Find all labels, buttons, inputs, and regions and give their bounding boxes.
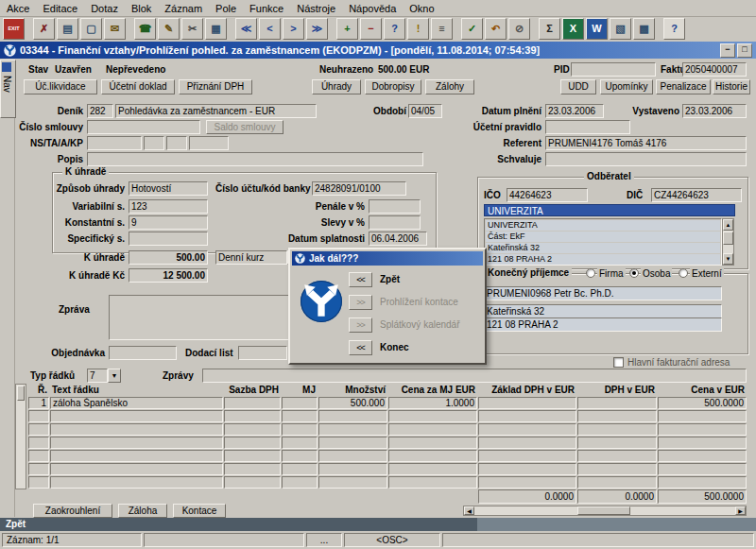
kontace-button[interactable]: Kontace: [173, 504, 226, 518]
table-cell[interactable]: [388, 437, 477, 449]
table-cell[interactable]: [28, 423, 49, 436]
print-icon[interactable]: ▤: [57, 18, 78, 40]
table-cell[interactable]: [50, 463, 223, 475]
denik-name-field[interactable]: Pohledávka za zaměstnancem - EUR: [115, 104, 317, 118]
slevy-field[interactable]: [369, 215, 421, 230]
table-cell[interactable]: [478, 450, 576, 462]
menu-item[interactable]: Funkce: [243, 2, 290, 15]
first-record-icon[interactable]: ≪: [235, 18, 257, 40]
table-cell[interactable]: záloha Španělsko: [50, 397, 223, 409]
odberatel-selected-row[interactable]: UNIVERZITA: [484, 204, 735, 216]
table-cell[interactable]: [224, 410, 281, 422]
table-cell[interactable]: [224, 476, 281, 489]
table-cell[interactable]: [224, 423, 281, 436]
lock-icon[interactable]: ⊘: [508, 18, 530, 40]
k-uhrade-kc-field[interactable]: 12 500.00: [129, 268, 208, 283]
splatnost-field[interactable]: 06.04.2006: [369, 232, 427, 246]
objednavka-field[interactable]: [109, 346, 177, 360]
table-cell[interactable]: [282, 450, 318, 462]
calendar-icon[interactable]: ▧: [610, 18, 631, 40]
datum-plneni-field[interactable]: 23.03.2006: [545, 104, 604, 118]
table-cell[interactable]: [282, 410, 318, 422]
calculator-icon[interactable]: ▩: [633, 18, 655, 40]
typ-radku-value[interactable]: 7: [87, 369, 108, 383]
execute-query-icon[interactable]: !: [407, 18, 429, 40]
insert-record-icon[interactable]: +: [336, 18, 358, 40]
table-cell[interactable]: [318, 476, 387, 489]
penale-field[interactable]: [369, 199, 421, 214]
chevron-down-icon[interactable]: ▼: [108, 369, 121, 383]
horizontal-scrollbar[interactable]: ◀ ▶: [463, 506, 747, 516]
table-cell[interactable]: [224, 437, 281, 449]
historie-button[interactable]: Historie: [713, 79, 750, 94]
table-cell[interactable]: [658, 450, 747, 462]
osoba-radio[interactable]: [629, 268, 639, 278]
table-cell[interactable]: [577, 397, 657, 409]
table-cell[interactable]: [577, 463, 657, 475]
pid-field[interactable]: [571, 62, 656, 77]
sum-icon[interactable]: Σ: [539, 18, 560, 40]
scroll-up-icon[interactable]: ▲: [723, 219, 733, 231]
table-cell[interactable]: [50, 476, 223, 489]
list-of-values-icon[interactable]: ≡: [431, 18, 453, 40]
table-cell[interactable]: [388, 423, 477, 436]
table-cell[interactable]: [658, 437, 747, 449]
table-cell[interactable]: [282, 476, 318, 489]
table-cell[interactable]: [577, 410, 657, 422]
table-cell[interactable]: [282, 397, 318, 409]
ns-field-1[interactable]: [87, 136, 142, 150]
table-cell[interactable]: [388, 410, 477, 422]
referent-field[interactable]: PRUMENI4176 Tomáš 4176: [545, 136, 747, 150]
previous-record-icon[interactable]: <: [259, 18, 281, 40]
table-cell[interactable]: [224, 450, 281, 462]
zpravy-field[interactable]: [202, 369, 747, 383]
ns-field-3[interactable]: [166, 136, 187, 150]
scroll-left-icon[interactable]: ◀: [464, 506, 474, 515]
table-cell[interactable]: [658, 423, 747, 436]
menu-item[interactable]: Nápověda: [342, 2, 403, 15]
cislo-smlouvy-field[interactable]: [87, 120, 200, 134]
scroll-right-icon[interactable]: ▶: [735, 506, 746, 515]
konstantni-field[interactable]: 9: [129, 215, 208, 230]
table-cell[interactable]: [28, 410, 49, 422]
prijemce-name-field[interactable]: PRUMENI0968 Petr Bc. Ph.D.: [484, 286, 722, 300]
zaokrouhleni-button[interactable]: Zaokrouhlení: [33, 504, 112, 518]
table-cell[interactable]: [28, 463, 49, 475]
table-cell[interactable]: [282, 423, 318, 436]
dodaci-list-field[interactable]: [238, 346, 287, 360]
table-cell[interactable]: [478, 423, 576, 436]
table-cell[interactable]: [478, 397, 576, 409]
typ-radku-combo[interactable]: 7 ▼: [87, 369, 121, 383]
firma-radio[interactable]: [586, 268, 595, 278]
table-cell[interactable]: [50, 410, 223, 422]
table-cell[interactable]: 1.0000: [388, 397, 477, 409]
menu-item[interactable]: Okno: [403, 2, 440, 15]
phone-icon[interactable]: ☎: [134, 18, 156, 40]
table-cell[interactable]: [478, 410, 576, 422]
ucetni-doklad-button[interactable]: Účetní doklad: [101, 79, 175, 94]
zaloha-button[interactable]: Záloha: [118, 504, 167, 518]
table-cell[interactable]: [28, 437, 49, 449]
record-scrollbar[interactable]: [15, 384, 26, 489]
restore-icon[interactable]: □: [737, 43, 752, 58]
edit-icon[interactable]: ✎: [158, 18, 180, 40]
prijemce-address2-field[interactable]: 121 08 PRAHA 2: [484, 317, 722, 332]
menu-item[interactable]: Blok: [125, 2, 158, 15]
ucetni-pravidlo-field[interactable]: [545, 120, 630, 134]
copy-icon[interactable]: ▦: [205, 18, 227, 40]
table-cell[interactable]: [388, 450, 477, 462]
specificky-field[interactable]: [129, 232, 208, 246]
table-cell[interactable]: [50, 423, 223, 436]
table-cell[interactable]: [478, 463, 576, 475]
table-cell[interactable]: [318, 450, 387, 462]
table-cell[interactable]: [658, 463, 747, 475]
table-cell[interactable]: [658, 476, 747, 489]
table-cell[interactable]: [318, 437, 387, 449]
table-cell[interactable]: [224, 463, 281, 475]
table-cell[interactable]: [28, 450, 49, 462]
priznani-dph-button[interactable]: Přiznání DPH: [179, 79, 252, 94]
exit-icon[interactable]: EXIT: [3, 18, 25, 40]
uhrady-button[interactable]: Úhrady: [312, 79, 361, 94]
table-cell[interactable]: [318, 423, 387, 436]
hlavni-adresa-checkbox[interactable]: [613, 357, 624, 368]
